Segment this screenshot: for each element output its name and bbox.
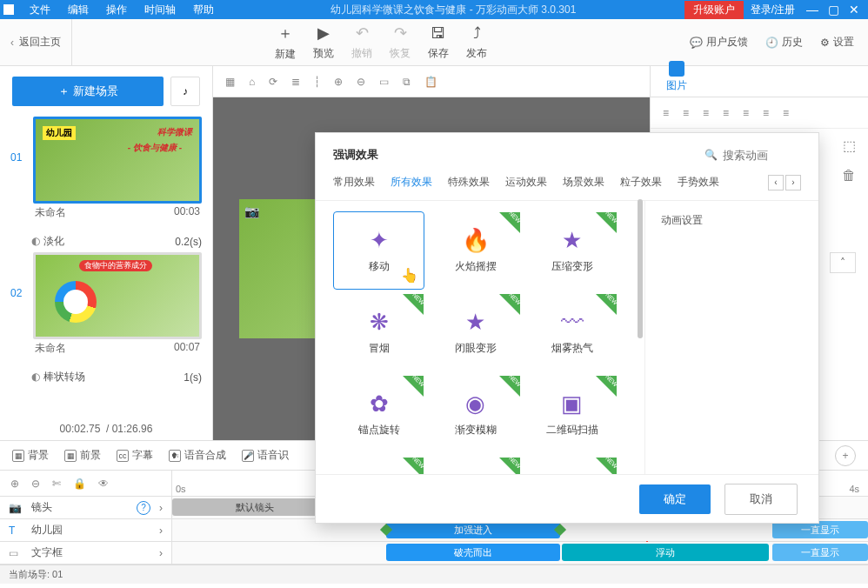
fit-icon[interactable]: ▭ bbox=[379, 76, 389, 88]
tab-gesture[interactable]: 手势效果 bbox=[678, 171, 719, 193]
minimize-button[interactable]: — bbox=[802, 3, 823, 17]
settings-button[interactable]: ⚙设置 bbox=[820, 35, 854, 50]
upgrade-button[interactable]: 升级账户 bbox=[684, 1, 744, 19]
feedback-button[interactable]: 💬用户反馈 bbox=[690, 35, 748, 50]
effect-item-partial[interactable] bbox=[333, 457, 424, 474]
eye-icon[interactable]: 👁 bbox=[98, 478, 109, 490]
align-top-icon[interactable]: ≡ bbox=[723, 107, 729, 119]
tab-common[interactable]: 常用效果 bbox=[333, 171, 375, 193]
clip-enter[interactable]: 加强进入 bbox=[386, 521, 560, 538]
effect-item-8[interactable]: ▣二维码扫描 bbox=[526, 375, 618, 453]
menu-help[interactable]: 帮助 bbox=[184, 3, 223, 17]
clip-float[interactable]: 浮动 bbox=[562, 544, 769, 561]
effect-item-7[interactable]: ◉渐变模糊 bbox=[430, 375, 521, 453]
tab-all[interactable]: 所有效果 bbox=[391, 171, 432, 193]
search-input[interactable] bbox=[723, 149, 801, 162]
save-button[interactable]: 🖫保存 bbox=[428, 24, 449, 61]
zoom-in-icon[interactable]: ⊕ bbox=[334, 76, 343, 88]
login-button[interactable]: 登录/注册 bbox=[751, 3, 795, 17]
effect-item-partial[interactable] bbox=[526, 457, 618, 474]
distribute-icon[interactable]: ≡ bbox=[783, 107, 789, 119]
copy-icon[interactable]: ⧉ bbox=[403, 76, 411, 88]
publish-button[interactable]: ⤴发布 bbox=[466, 24, 487, 61]
undo-button[interactable]: ↶撤销 bbox=[351, 23, 372, 61]
align-right-icon[interactable]: ≡ bbox=[703, 107, 709, 119]
chevron-right-icon[interactable]: › bbox=[159, 502, 163, 514]
effect-item-3[interactable]: ❋冒烟 bbox=[333, 293, 424, 371]
clip-camera[interactable]: 默认镜头 bbox=[172, 498, 337, 516]
ruler-icon[interactable]: ▦ bbox=[225, 76, 235, 88]
scene-thumbnail[interactable]: 幼儿园 科学微课 - 饮食与健康 - bbox=[33, 117, 202, 204]
cancel-button[interactable]: 取消 bbox=[724, 484, 798, 515]
music-button[interactable]: ♪ bbox=[170, 77, 200, 106]
expand-button[interactable]: ˄ bbox=[830, 252, 856, 273]
clip-display[interactable]: 一直显示 bbox=[772, 544, 868, 561]
clip-display[interactable]: 一直显示 bbox=[772, 521, 868, 538]
maximize-button[interactable]: ▢ bbox=[823, 3, 844, 17]
right-tabs: 图片 bbox=[651, 66, 868, 97]
home-icon[interactable]: ⌂ bbox=[249, 76, 255, 88]
tab-particle[interactable]: 粒子效果 bbox=[620, 171, 662, 193]
menu-edit[interactable]: 编辑 bbox=[59, 3, 97, 17]
next-button[interactable]: › bbox=[785, 175, 801, 190]
align-bottom-icon[interactable]: ≡ bbox=[763, 107, 769, 119]
prev-button[interactable]: ‹ bbox=[768, 175, 784, 190]
tab-background[interactable]: ▦背景 bbox=[12, 448, 49, 463]
tab-foreground[interactable]: ▦前景 bbox=[64, 448, 101, 463]
align-icon[interactable]: ≣ bbox=[291, 76, 300, 88]
tab-special[interactable]: 特殊效果 bbox=[448, 171, 490, 193]
keyframe-icon[interactable] bbox=[554, 524, 566, 536]
scene-transition[interactable]: ◐棒状转场1(s) bbox=[10, 366, 202, 388]
keyframe-icon[interactable] bbox=[380, 524, 392, 536]
collapse-icon[interactable]: ⊖ bbox=[31, 478, 40, 490]
cut-icon[interactable]: ✄ bbox=[52, 478, 61, 490]
delete-icon[interactable]: 🗑 bbox=[842, 168, 856, 184]
paste-icon[interactable]: 📋 bbox=[424, 76, 437, 88]
new-scene-button[interactable]: ＋新建场景 bbox=[12, 77, 164, 106]
search-animation[interactable]: 🔍 bbox=[704, 149, 801, 162]
scene-transition[interactable]: ◐淡化0.2(s) bbox=[10, 231, 202, 252]
tab-asr[interactable]: 🎤语音识 bbox=[242, 448, 289, 463]
zoom-out-icon[interactable]: ⊖ bbox=[357, 76, 365, 88]
chevron-right-icon[interactable]: › bbox=[159, 525, 163, 537]
tab-tts[interactable]: 🗣语音合成 bbox=[169, 448, 226, 463]
help-icon[interactable]: ? bbox=[137, 501, 150, 515]
effect-item-partial[interactable] bbox=[430, 457, 521, 474]
close-button[interactable]: ✕ bbox=[844, 3, 865, 17]
menu-timeline[interactable]: 时间轴 bbox=[136, 3, 184, 17]
scrollbar[interactable] bbox=[638, 201, 643, 338]
align-left-icon[interactable]: ≡ bbox=[663, 107, 669, 119]
align-center-icon[interactable]: ≡ bbox=[683, 107, 689, 119]
effect-item-1[interactable]: 🔥火焰摇摆 bbox=[430, 211, 521, 290]
history-button[interactable]: 🕘历史 bbox=[765, 35, 803, 50]
tab-image[interactable]: 图片 bbox=[661, 57, 692, 97]
clip-enter[interactable]: 破壳而出 bbox=[386, 544, 560, 561]
add-track-button[interactable]: + bbox=[835, 445, 856, 466]
scene-item[interactable]: 01 幼儿园 科学微课 - 饮食与健康 - 未命名00:03 bbox=[10, 117, 202, 222]
effect-item-4[interactable]: ★闭眼变形 bbox=[430, 293, 521, 371]
expand-icon[interactable]: ⊕ bbox=[10, 478, 19, 490]
tab-subtitle[interactable]: cc字幕 bbox=[117, 448, 153, 463]
effect-item-5[interactable]: 〰烟雾热气 bbox=[526, 293, 618, 371]
scene-item[interactable]: 02 食物中的营养成分 未命名00:07 bbox=[10, 252, 202, 357]
align-middle-icon[interactable]: ≡ bbox=[743, 107, 749, 119]
effect-item-0[interactable]: ✦移动👆 bbox=[333, 211, 424, 290]
preview-button[interactable]: ▶预览 bbox=[313, 23, 334, 61]
redo-button[interactable]: ↷恢复 bbox=[390, 23, 411, 61]
menu-action[interactable]: 操作 bbox=[97, 3, 136, 17]
ok-button[interactable]: 确定 bbox=[639, 484, 711, 514]
rotate-icon[interactable]: ⟳ bbox=[269, 76, 277, 88]
tab-scene[interactable]: 场景效果 bbox=[563, 171, 604, 193]
canvas-toolbar: ▦ ⌂ ⟳ ≣ ┆ ⊕ ⊖ ▭ ⧉ 📋 bbox=[213, 66, 650, 97]
chevron-right-icon[interactable]: › bbox=[159, 547, 163, 559]
object-icon[interactable]: ⬚ bbox=[843, 137, 856, 154]
tab-motion[interactable]: 运动效果 bbox=[505, 171, 547, 193]
scene-thumbnail[interactable]: 食物中的营养成分 bbox=[33, 252, 202, 339]
new-button[interactable]: ＋新建 bbox=[275, 23, 296, 62]
effect-item-2[interactable]: ★压缩变形 bbox=[526, 211, 618, 290]
guide-icon[interactable]: ┆ bbox=[314, 76, 320, 88]
effect-item-6[interactable]: ✿锚点旋转 bbox=[333, 375, 424, 453]
menu-file[interactable]: 文件 bbox=[21, 3, 59, 17]
lock-icon[interactable]: 🔒 bbox=[73, 478, 86, 490]
back-home-button[interactable]: ‹ 返回主页 bbox=[0, 19, 72, 65]
